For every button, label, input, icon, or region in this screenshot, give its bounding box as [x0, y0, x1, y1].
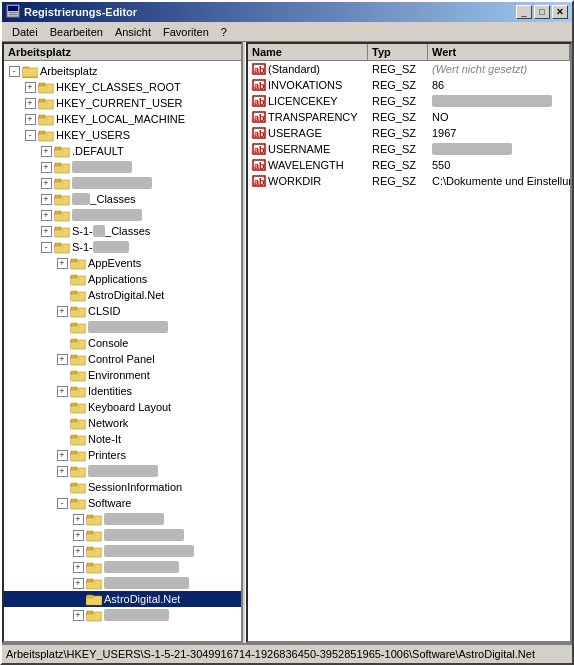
tree-item-astrodigital-sw[interactable]: AstroDigital.Net: [4, 591, 241, 607]
tree-item-printers[interactable]: Printers: [4, 447, 241, 463]
expand-hkcr[interactable]: [22, 79, 38, 95]
expand-appevents[interactable]: [54, 255, 70, 271]
tree-item-console[interactable]: Console: [4, 335, 241, 351]
expand-keyboardlayout[interactable]: [54, 399, 70, 415]
expand-console-blank[interactable]: [54, 319, 70, 335]
reg-row-licencekey[interactable]: ab LICENCEKEY REG_SZ: [248, 93, 570, 109]
tree-item-keyboardlayout[interactable]: Keyboard Layout: [4, 399, 241, 415]
expand-printers[interactable]: [54, 447, 70, 463]
menu-ansicht[interactable]: Ansicht: [109, 24, 157, 40]
tree-item-default[interactable]: .DEFAULT: [4, 143, 241, 159]
reg-row-username[interactable]: ab USERNAME REG_SZ: [248, 141, 570, 157]
reg-name-userage: ab USERAGE: [248, 125, 368, 141]
svg-rect-30: [71, 259, 77, 262]
reg-row-standard[interactable]: ab (Standard) REG_SZ (Wert nicht gesetzt…: [248, 61, 570, 77]
expand-sw6[interactable]: [70, 607, 86, 623]
tree-item-astrodigital[interactable]: AstroDigital.Net: [4, 287, 241, 303]
expand-astrodigital[interactable]: [54, 287, 70, 303]
svg-rect-1: [8, 6, 18, 11]
expand-network[interactable]: [54, 415, 70, 431]
expand-sw1[interactable]: [70, 511, 86, 527]
expand-sw3[interactable]: [70, 543, 86, 559]
expand-sessioninfo[interactable]: [54, 479, 70, 495]
tree-item-controlpanel[interactable]: Control Panel: [4, 351, 241, 367]
expand-s-blank1[interactable]: [38, 159, 54, 175]
tree-item-sessioninfo[interactable]: SessionInformation: [4, 479, 241, 495]
reg-row-transparency[interactable]: ab TRANSPARENCY REG_SZ NO: [248, 109, 570, 125]
tree-item-s-blank1[interactable]: [4, 159, 241, 175]
tree-item-s-blank3[interactable]: [4, 207, 241, 223]
tree-item-sw4[interactable]: [4, 559, 241, 575]
tree-item-s-classes1[interactable]: _Classes: [4, 191, 241, 207]
tree-item-sw5[interactable]: [4, 575, 241, 591]
tree-item-hkcu[interactable]: HKEY_CURRENT_USER: [4, 95, 241, 111]
reg-row-workdir[interactable]: ab WORKDIR REG_SZ C:\Dokumente und Einst…: [248, 173, 570, 189]
expand-s-classes1[interactable]: [38, 191, 54, 207]
tree-item-s1-main[interactable]: S-1-: [4, 239, 241, 255]
tree-item-hku[interactable]: HKEY_USERS: [4, 127, 241, 143]
tree-item-sw1[interactable]: [4, 511, 241, 527]
tree-item-s-classes2[interactable]: S-1- _Classes: [4, 223, 241, 239]
tree-item-noteit[interactable]: Note-It: [4, 431, 241, 447]
expand-s-classes2[interactable]: [38, 223, 54, 239]
reg-row-invokations[interactable]: ab INVOKATIONS REG_SZ 86: [248, 77, 570, 93]
reg-value-wavelength: 550: [428, 158, 570, 172]
col-value-header[interactable]: Wert: [428, 44, 570, 60]
expand-arbeitsplatz[interactable]: [6, 63, 22, 79]
svg-text:ab: ab: [254, 65, 265, 75]
expand-sw5[interactable]: [70, 575, 86, 591]
expand-identities[interactable]: [54, 383, 70, 399]
expand-console[interactable]: [54, 335, 70, 351]
expand-sw4[interactable]: [70, 559, 86, 575]
tree-item-software[interactable]: Software: [4, 495, 241, 511]
menu-help[interactable]: ?: [215, 24, 233, 40]
expand-s-blank3[interactable]: [38, 207, 54, 223]
expand-applications[interactable]: [54, 271, 70, 287]
close-button[interactable]: ✕: [552, 5, 568, 19]
svg-rect-54: [71, 451, 77, 454]
maximize-button[interactable]: □: [534, 5, 550, 19]
minimize-button[interactable]: _: [516, 5, 532, 19]
expand-clsid[interactable]: [54, 303, 70, 319]
tree-label-default: .DEFAULT: [72, 145, 124, 157]
expand-s1-main[interactable]: [38, 239, 54, 255]
tree-item-sw2[interactable]: [4, 527, 241, 543]
tree-item-applications[interactable]: Applications: [4, 271, 241, 287]
tree-item-hkcr[interactable]: HKEY_CLASSES_ROOT: [4, 79, 241, 95]
expand-hku[interactable]: [22, 127, 38, 143]
menu-favoriten[interactable]: Favoriten: [157, 24, 215, 40]
menu-datei[interactable]: Datei: [6, 24, 44, 40]
expand-s-blank2[interactable]: [38, 175, 54, 191]
expand-noteit[interactable]: [54, 431, 70, 447]
tree-item-sw3[interactable]: [4, 543, 241, 559]
tree-item-console-blank[interactable]: [4, 319, 241, 335]
col-type-header[interactable]: Typ: [368, 44, 428, 60]
tree-item-s-blank2[interactable]: [4, 175, 241, 191]
tree-item-printers-blank[interactable]: [4, 463, 241, 479]
tree-item-clsid[interactable]: CLSID: [4, 303, 241, 319]
expand-sw2[interactable]: [70, 527, 86, 543]
tree-item-network[interactable]: Network: [4, 415, 241, 431]
menu-bearbeiten[interactable]: Bearbeiten: [44, 24, 109, 40]
tree-content[interactable]: Arbeitsplatz HKEY_CLASSES_ROOT: [4, 61, 241, 641]
tree-item-hklm[interactable]: HKEY_LOCAL_MACHINE: [4, 111, 241, 127]
folder-icon-identities: [70, 383, 86, 399]
tree-item-arbeitsplatz[interactable]: Arbeitsplatz: [4, 63, 241, 79]
expand-astrodigital-sw[interactable]: [70, 591, 86, 607]
tree-item-identities[interactable]: Identities: [4, 383, 241, 399]
tree-item-appevents[interactable]: AppEvents: [4, 255, 241, 271]
expand-controlpanel[interactable]: [54, 351, 70, 367]
expand-default[interactable]: [38, 143, 54, 159]
expand-hkcu[interactable]: [22, 95, 38, 111]
tree-item-environment[interactable]: Environment: [4, 367, 241, 383]
expand-environment[interactable]: [54, 367, 70, 383]
expand-printers-blank[interactable]: [54, 463, 70, 479]
svg-rect-60: [71, 499, 77, 502]
reg-row-wavelength[interactable]: ab WAVELENGTH REG_SZ 550: [248, 157, 570, 173]
expand-software[interactable]: [54, 495, 70, 511]
expand-hklm[interactable]: [22, 111, 38, 127]
tree-item-sw6[interactable]: [4, 607, 241, 623]
reg-name-invokations: ab INVOKATIONS: [248, 77, 368, 93]
reg-row-userage[interactable]: ab USERAGE REG_SZ 1967: [248, 125, 570, 141]
col-name-header[interactable]: Name: [248, 44, 368, 60]
